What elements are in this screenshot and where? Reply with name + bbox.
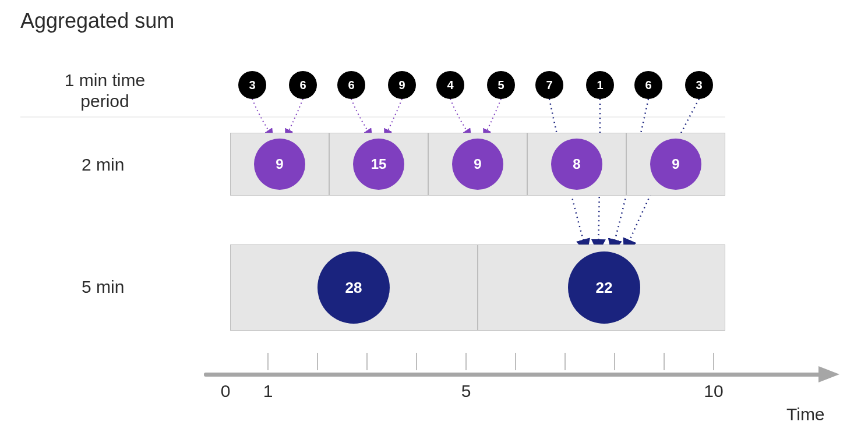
raw-point-10: 3 [685, 71, 713, 99]
time-axis-label: Time [786, 405, 825, 424]
raw-point-8: 1 [586, 71, 614, 99]
agg-2min-2: 15 [353, 139, 404, 190]
raw-point-2: 6 [289, 71, 317, 99]
row-label-2min: 2 min [82, 154, 124, 175]
time-axis-arrow-icon [818, 366, 839, 382]
tick-1 [267, 353, 269, 370]
diagram-title: Aggregated sum [20, 9, 174, 33]
row-divider [20, 116, 725, 118]
raw-point-3: 6 [337, 71, 365, 99]
tick-2 [317, 353, 318, 370]
agg-2min-5: 9 [650, 139, 701, 190]
row-label-1min-line1: 1 min time [65, 70, 145, 90]
axis-number-0: 0 [221, 381, 231, 401]
tick-10 [713, 353, 714, 370]
agg-2min-3: 9 [452, 139, 503, 190]
tick-6 [515, 353, 516, 370]
row-label-5min: 5 min [82, 277, 124, 297]
agg-2min-1: 9 [254, 139, 305, 190]
tick-4 [416, 353, 417, 370]
time-axis [204, 373, 821, 377]
tick-3 [366, 353, 368, 370]
tick-9 [664, 353, 665, 370]
tick-8 [614, 353, 615, 370]
agg-5min-2: 22 [568, 251, 640, 324]
row-label-1min-line2: period [80, 91, 129, 111]
row-label-1min: 1 min time period [55, 70, 154, 112]
agg-2min-4: 8 [551, 139, 602, 190]
raw-point-1: 3 [238, 71, 266, 99]
tick-5 [465, 353, 467, 370]
raw-point-7: 7 [535, 71, 563, 99]
raw-point-6: 5 [487, 71, 515, 99]
axis-number-1: 1 [263, 381, 273, 401]
raw-point-5: 4 [436, 71, 464, 99]
tick-7 [564, 353, 566, 370]
diagram-stage: Aggregated sum 1 min time period 2 min 5… [0, 0, 868, 443]
agg-5min-1: 28 [317, 251, 390, 324]
raw-point-9: 6 [634, 71, 662, 99]
raw-point-4: 9 [388, 71, 416, 99]
axis-number-5: 5 [461, 381, 471, 401]
axis-number-10: 10 [704, 381, 723, 401]
